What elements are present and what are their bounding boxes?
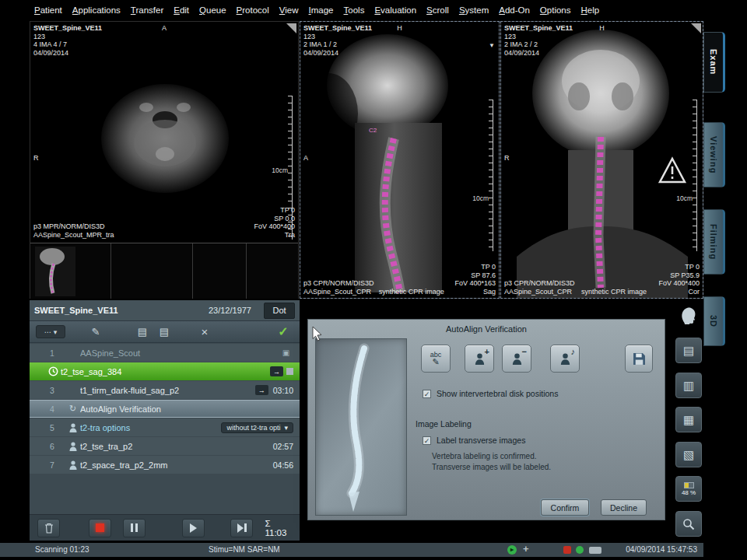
protocol-row-t2-tse-sag[interactable]: t2_tse_sag_384 → — [30, 362, 300, 380]
protocol-row-t2-tse-tra[interactable]: 6 t2_tse_tra_p2 02:57 — [30, 437, 300, 455]
application-window: Patient Applications Transfer Edit Queue… — [0, 0, 747, 560]
synthetic-image-label: synthetic CPR image — [379, 288, 444, 296]
scan-duration: 04:56 — [273, 460, 293, 470]
grid-icon: ▦ — [683, 413, 694, 427]
menu-help[interactable]: Help — [581, 5, 600, 15]
orientation-label-top: A — [162, 24, 167, 32]
copy-alt-button[interactable]: ▤ — [156, 324, 173, 340]
scan-duration: 03:10 — [273, 386, 293, 395]
tab-viewing[interactable]: Viewing — [703, 122, 725, 187]
film-cell-2[interactable] — [111, 243, 193, 299]
pencil-icon: ✎ — [92, 326, 100, 338]
delete-queue-button[interactable] — [37, 519, 60, 537]
system-go-icon[interactable]: ▸ — [507, 545, 517, 555]
viewport-axial[interactable]: SWEET_Spine_VE11 123 4 IMA 4 / 7 04/09/2… — [30, 21, 299, 299]
menu-tools[interactable]: Tools — [344, 5, 365, 15]
close-icon: × — [202, 325, 209, 338]
save-button[interactable] — [625, 345, 653, 373]
show-disk-positions-checkbox[interactable]: ✓ — [423, 390, 431, 398]
menu-transfer[interactable]: Transfer — [131, 5, 163, 15]
t2-tra-options-dropdown[interactable]: without t2-tra opti ▾ — [221, 422, 293, 433]
tab-filming[interactable]: Filming — [703, 209, 725, 275]
skip-icon — [237, 523, 247, 533]
skip-button[interactable] — [230, 519, 253, 537]
scroll-down-icon[interactable]: ▼ — [489, 42, 495, 49]
person-icon — [512, 353, 522, 365]
image-footer-left: p3 CPR/NORM/DIS3D AASpine_Scout_CPR — [504, 279, 575, 296]
record-icon — [96, 523, 104, 532]
delete-step-button[interactable]: × — [196, 324, 213, 340]
grid-layout-button[interactable]: ▦ — [675, 407, 702, 432]
menu-evaluation[interactable]: Evaluation — [374, 5, 416, 15]
film-cell-1[interactable] — [30, 243, 111, 299]
protocol-row-t2-space-tra[interactable]: 7 t2_space_tra_p2_2mm 04:56 — [30, 456, 300, 474]
edit-protocol-button[interactable]: ✎ — [87, 324, 104, 340]
menu-system[interactable]: System — [459, 5, 489, 15]
corner-fold-icon[interactable] — [691, 23, 701, 33]
viewport-coronal[interactable]: SWEET_Spine_VE11 123 2 IMA 2 / 2 04/09/2… — [500, 21, 703, 299]
menu-image[interactable]: Image — [309, 5, 334, 15]
record-button[interactable] — [89, 519, 111, 537]
protocol-name: t1_tirm_dark-fluid_sag_p2 — [80, 386, 255, 395]
gradient-load-indicator[interactable]: 48 % — [675, 476, 702, 502]
confirm-button[interactable]: Confirm — [541, 499, 589, 516]
labeling-note-line2: Transverse images will be labeled. — [432, 463, 551, 471]
dialog-title[interactable]: AutoAlign Verification — [308, 320, 665, 334]
orientation-label-top: H — [397, 24, 402, 32]
floppy-disk-icon — [633, 352, 646, 366]
film-cell-3[interactable] — [193, 243, 247, 299]
protocol-name: t2_tse_sag_384 — [61, 367, 270, 376]
copy-button[interactable]: ▤ — [134, 324, 151, 340]
menu-addon[interactable]: Add-On — [499, 5, 530, 15]
scale-ruler — [489, 100, 493, 251]
image-stack-button[interactable]: ▤ — [675, 338, 702, 363]
decline-button[interactable]: Decline — [601, 499, 647, 516]
magnifier-button[interactable] — [675, 511, 702, 537]
protocol-row-t1-tirm[interactable]: 3 t1_tirm_dark-fluid_sag_p2 → 03:10 — [30, 381, 300, 399]
keyboard-icon[interactable] — [589, 547, 601, 554]
copy-icon: ▤ — [138, 326, 147, 338]
menu-edit[interactable]: Edit — [174, 5, 189, 15]
play-button[interactable] — [182, 519, 205, 537]
menu-options[interactable]: Options — [540, 5, 571, 15]
menu-patient[interactable]: Patient — [34, 5, 62, 15]
rotate-icon: ↻ — [65, 404, 80, 414]
crosshair-icon[interactable]: + — [523, 543, 529, 555]
label-edit-button[interactable]: abc ✎ — [421, 345, 451, 373]
tab-exam[interactable]: Exam — [703, 32, 725, 93]
protocol-row-autoalign-verification[interactable]: 4 ↻ AutoAlign Verification — [30, 400, 300, 418]
status-bar: Scanning 01:23 Stimu=NM SAR=NM ▸ + 04/09… — [0, 543, 703, 557]
protocol-name: t2_tse_tra_p2 — [80, 442, 268, 451]
patient-table-button[interactable]: ▥ — [675, 373, 702, 398]
label-transverse-checkbox[interactable]: ✓ — [423, 436, 431, 445]
protocol-name: t2_space_tra_p2_2mm — [80, 460, 268, 470]
workflow-tab-strip: Exam Viewing Filming 3D — [703, 21, 726, 367]
warning-triangle-icon — [657, 156, 688, 187]
view-selector-dropdown[interactable]: ⋯ ▾ — [36, 325, 65, 338]
remove-vertebra-button[interactable]: − — [502, 345, 531, 373]
pause-button[interactable] — [123, 519, 146, 537]
person-icon — [65, 460, 80, 470]
protocol-row-aaspine-scout[interactable]: 1 AASpine_Scout ▣ — [30, 344, 300, 362]
protocol-name: t2-tra options — [80, 423, 221, 432]
apply-button[interactable]: ✓ — [275, 324, 292, 340]
film-cell-4[interactable] — [247, 243, 298, 299]
head-icon — [679, 305, 699, 325]
protocol-row-t2-tra-options[interactable]: 5 t2-tra options without t2-tra opti ▾ — [30, 418, 300, 436]
menu-view[interactable]: View — [279, 5, 299, 15]
segment-layout-button[interactable]: ▧ — [675, 442, 702, 467]
scale-label: 10cm — [272, 166, 288, 174]
corner-fold-icon[interactable] — [286, 23, 296, 33]
patient-head-button[interactable] — [675, 302, 702, 327]
scanning-status: Scanning 01:23 — [35, 545, 89, 554]
menu-queue[interactable]: Queue — [199, 5, 226, 15]
tab-3d[interactable]: 3D — [703, 296, 725, 346]
menu-scroll[interactable]: Scroll — [426, 5, 449, 15]
viewport-sagittal[interactable]: C2 ▼ SWEET_Spine_VE11 123 2 IMA 1 / 2 04… — [300, 21, 500, 299]
menu-protocol[interactable]: Protocol — [237, 5, 269, 15]
dot-button[interactable]: Dot — [264, 303, 295, 319]
add-vertebra-button[interactable]: + — [465, 345, 494, 373]
menu-applications[interactable]: Applications — [72, 5, 121, 15]
announce-button[interactable]: ♪ — [550, 345, 580, 373]
show-disk-positions-label: Show intervertebral disk positions — [437, 389, 558, 398]
